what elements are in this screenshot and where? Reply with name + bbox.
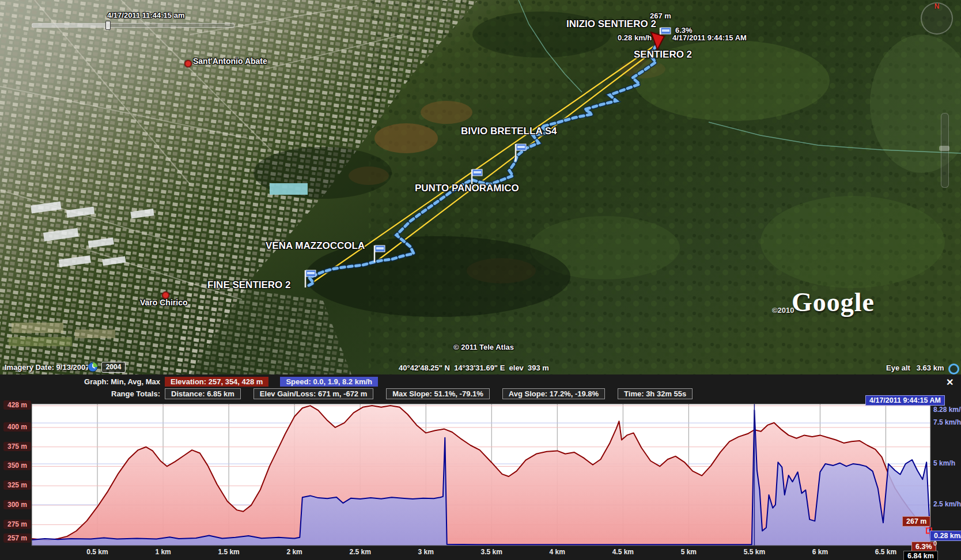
distance-axis-tick: 3.5 km — [474, 548, 509, 556]
elevation-axis-tick: 375 m — [3, 442, 31, 451]
elevation-axis-tick: 300 m — [3, 500, 31, 509]
cursor-timestamp-box: 4/17/2011 9:44:15 AM — [865, 395, 945, 406]
placemark-varo-chirico[interactable]: Varo Chirico — [140, 298, 187, 307]
place-dot-icon[interactable] — [184, 60, 192, 67]
time-slider[interactable] — [32, 21, 233, 29]
streaming-status-icon — [948, 364, 959, 374]
imagery-year-badge[interactable]: 2004 — [101, 362, 126, 373]
elevation-axis-tick: 350 m — [3, 461, 31, 470]
track-point-timestamp: 4/17/2011 9:44:15 AM — [672, 34, 747, 42]
track-point-speed: 0.28 km/h — [618, 34, 652, 42]
waypoint-label-sentiero-2[interactable]: SENTIERO 2 — [634, 50, 692, 60]
distance-axis-tick: 6 km — [803, 548, 837, 556]
copyright-year: ©2010 — [772, 306, 794, 315]
track-point-elevation: 267 m — [650, 12, 671, 20]
google-logo: Google — [792, 287, 875, 317]
map-view[interactable]: Sant'Antonio AbateVaro ChiricoINIZIO SEN… — [0, 0, 961, 374]
close-profile-button[interactable]: ✕ — [946, 377, 954, 388]
waypoint-flag-stripe — [474, 171, 481, 173]
distance-axis-tick: 1.5 km — [211, 548, 246, 556]
waypoint-flag-stripe — [376, 247, 384, 249]
historical-imagery-clock-icon[interactable] — [88, 362, 98, 372]
speed-axis-tick: 7.5 km/h — [933, 418, 961, 426]
waypoint-label-vena-mazzoccola[interactable]: VENA MAZZOCCOLA — [266, 241, 365, 251]
distance-axis-tick: 6.5 km — [868, 548, 903, 556]
distance-axis-tick: 2 km — [277, 548, 312, 556]
waypoint-label-punto-panoramico[interactable]: PUNTO PANORAMICO — [415, 183, 519, 194]
time-slider-date: 4/17/2011 11:44:15 am — [107, 12, 184, 20]
google-earth-window: Sant'Antonio AbateVaro ChiricoINIZIO SEN… — [0, 0, 961, 560]
distance-axis-tick: 2.5 km — [343, 548, 377, 556]
copyright-tele-atlas: © 2011 Tele Atlas — [453, 343, 514, 351]
status-coordinates: 40°42'48.25" N 14°33'31.69" E elev 393 m — [399, 364, 549, 372]
zoom-slider[interactable] — [941, 113, 949, 188]
waypoint-label-bivio-bretella-s4[interactable]: BIVIO BRETELLA S4 — [461, 126, 557, 137]
distance-axis-tick: 0.5 km — [80, 548, 115, 556]
elevation-axis-tick: 325 m — [3, 480, 31, 490]
place-dot-icon[interactable] — [162, 292, 169, 299]
zoom-slider-handle[interactable] — [939, 146, 949, 151]
waypoint-flag-stripe — [662, 29, 669, 32]
cursor-end-distance-box: 6.84 km — [903, 551, 938, 560]
speed-axis-tick: 2.5 km/h — [933, 500, 961, 508]
imagery-date: Imagery Date: 9/13/2007 — [5, 363, 89, 372]
time-slider-handle[interactable] — [105, 21, 111, 30]
waypoint-flag-stripe — [307, 272, 315, 274]
compass-north-label: N — [934, 2, 940, 10]
time-slider-range — [32, 24, 107, 27]
distance-axis-tick: 5 km — [671, 548, 706, 556]
speed-axis-zero-label: 0 — [933, 540, 937, 547]
speed-axis-tick: 8.28 km/h — [933, 406, 961, 414]
distance-axis-tick: 5.5 km — [737, 548, 771, 556]
elevation-axis-tick: 400 m — [3, 422, 31, 432]
elevation-profile-panel: Graph: Min, Avg, Max Elevation: 257, 354… — [0, 374, 961, 560]
status-eye-alt: Eye alt 3.63 km — [886, 364, 944, 372]
pool — [270, 183, 308, 195]
waypoint-flag-stripe — [517, 146, 525, 148]
speed-axis-tick: 5 km/h — [933, 459, 955, 467]
elevation-axis-tick: 275 m — [3, 520, 31, 529]
distance-axis-tick: 1 km — [146, 548, 180, 556]
compass-control[interactable]: N — [921, 2, 953, 35]
distance-axis-tick: 4.5 km — [606, 548, 640, 556]
distance-axis-tick: 4 km — [540, 548, 574, 556]
cursor-elevation-box: 267 m — [902, 516, 930, 527]
waypoint-label-inizio-sentiero-2[interactable]: INIZIO SENTIERO 2 — [566, 19, 656, 29]
waypoint-label-fine-sentiero-2[interactable]: FINE SENTIERO 2 — [207, 280, 291, 290]
placemark-sant-antonio-abate[interactable]: Sant'Antonio Abate — [193, 57, 267, 66]
elevation-axis-tick: 257 m — [3, 533, 31, 543]
elevation-axis-tick: 428 m — [3, 400, 31, 410]
distance-axis-tick: 3 km — [408, 548, 443, 556]
